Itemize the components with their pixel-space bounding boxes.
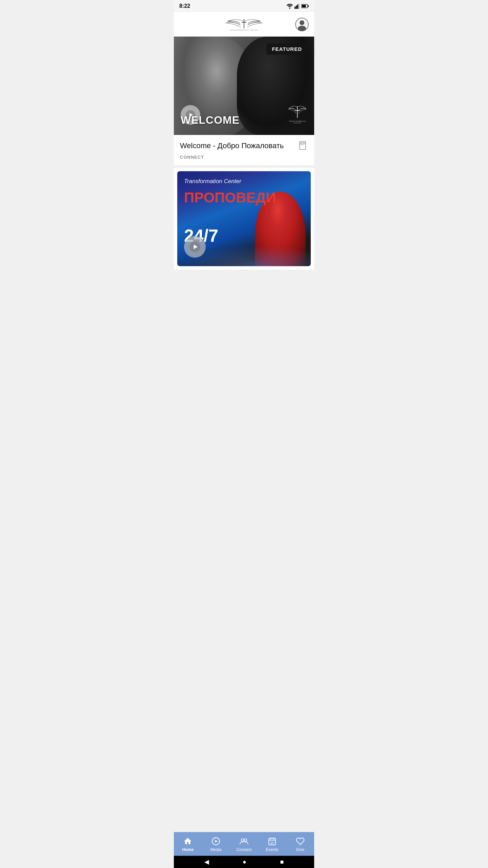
status-icons	[286, 3, 309, 9]
card-subtitle: CONNECT	[180, 155, 308, 160]
nav-home-label: Home	[182, 847, 194, 852]
nav-connect-label: Connect	[237, 847, 252, 852]
svg-rect-1	[294, 7, 296, 9]
nav-home[interactable]: Home	[178, 836, 198, 852]
svg-text:TRANSFORMATION: TRANSFORMATION	[288, 120, 306, 122]
svg-rect-7	[302, 5, 306, 7]
profile-button[interactable]	[295, 18, 309, 31]
nav-events-label: Events	[266, 847, 278, 852]
events-icon: 17	[267, 836, 277, 846]
nav-give[interactable]: Give	[290, 836, 310, 852]
status-bar: 8:22	[174, 0, 314, 12]
nav-events[interactable]: 17 Events	[262, 836, 282, 852]
battery-icon	[301, 4, 309, 8]
tc-label: Transformation Center	[184, 178, 241, 185]
bookmark-button[interactable]	[297, 140, 308, 151]
scroll-content: FEATURED WELCOME TRANSFORMATION CENTER	[174, 37, 314, 868]
give-icon	[296, 836, 305, 846]
svg-point-27	[244, 839, 247, 841]
wifi-icon	[286, 3, 293, 9]
media-icon	[211, 836, 221, 846]
home-icon	[183, 836, 192, 846]
signal-icon	[294, 3, 300, 9]
russian-title: ПРОПОВЕДИ	[184, 190, 276, 205]
svg-text:17: 17	[270, 841, 274, 845]
svg-marker-25	[215, 840, 218, 843]
card-title-row: Welcome - Добро Пожаловать	[180, 140, 308, 151]
second-video-thumbnail[interactable]: Transformation Center ПРОПОВЕДИ 24/7	[177, 171, 311, 266]
android-nav: ◀ ● ■	[174, 856, 314, 868]
svg-point-26	[241, 839, 244, 841]
first-content-card: Welcome - Добро Пожаловать CONNECT	[174, 135, 314, 168]
tc-watermark: TRANSFORMATION CENTER	[287, 104, 307, 125]
card-title: Welcome - Добро Пожаловать	[180, 141, 297, 150]
nav-connect[interactable]: Connect	[234, 836, 254, 852]
logo-svg: TRANSFORMATION CENTER	[224, 14, 264, 35]
status-time: 8:22	[179, 3, 190, 9]
connect-icon	[239, 836, 249, 846]
android-back[interactable]: ◀	[204, 858, 209, 866]
welcome-text: WELCOME	[181, 114, 240, 126]
svg-rect-4	[299, 3, 300, 9]
nav-give-label: Give	[296, 847, 304, 852]
nav-media[interactable]: Media	[206, 836, 226, 852]
android-recent[interactable]: ■	[280, 859, 284, 866]
svg-rect-6	[308, 5, 309, 7]
svg-point-12	[300, 20, 304, 25]
app-header: TRANSFORMATION CENTER	[174, 12, 314, 37]
svg-rect-3	[297, 4, 298, 9]
svg-text:TRANSFORMATION CENTER: TRANSFORMATION CENTER	[230, 29, 258, 31]
bottom-nav: Home Media Connect	[174, 832, 314, 856]
play-button-video[interactable]	[184, 236, 206, 258]
featured-banner[interactable]: FEATURED WELCOME TRANSFORMATION CENTER	[174, 37, 314, 135]
svg-rect-2	[296, 5, 297, 9]
svg-text:CENTER: CENTER	[293, 122, 301, 124]
video-section: Transformation Center ПРОПОВЕДИ 24/7	[174, 168, 314, 270]
svg-point-0	[289, 8, 290, 9]
nav-media-label: Media	[210, 847, 222, 852]
featured-badge: FEATURED	[266, 43, 307, 55]
svg-point-13	[298, 26, 306, 31]
android-home[interactable]: ●	[243, 859, 246, 866]
app-logo: TRANSFORMATION CENTER	[224, 16, 264, 33]
